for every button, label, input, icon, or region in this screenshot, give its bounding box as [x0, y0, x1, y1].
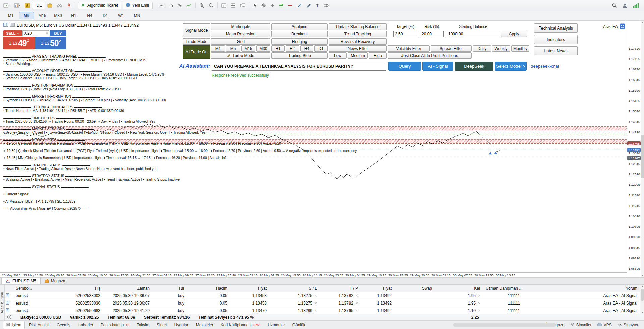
ai-trade-on-button[interactable]: AI Trade On: [183, 45, 210, 59]
trailing-stop-button[interactable]: Trailing Stop: [271, 52, 328, 59]
chart-profile-icon[interactable]: [13, 2, 21, 9]
new-order-button[interactable]: Yeni Emir: [123, 2, 153, 9]
timeframe-m1[interactable]: M1: [3, 12, 18, 19]
turbo-mode-button[interactable]: Turbo Mode: [211, 52, 270, 59]
risk-low-button[interactable]: Low: [329, 52, 347, 59]
panel-tf-m1[interactable]: M1: [211, 45, 225, 52]
spread-filter-button[interactable]: Spread Filter: [431, 45, 472, 52]
panel-tf-d1[interactable]: D1: [314, 45, 328, 52]
query-button[interactable]: Query: [388, 62, 421, 71]
risk-input[interactable]: [420, 31, 444, 37]
buy-price-button[interactable]: 1.13 50 5: [35, 37, 66, 49]
timeframe-h1[interactable]: H1: [66, 12, 81, 19]
column-header[interactable]: T / P: [320, 285, 361, 292]
text-icon[interactable]: T: [315, 3, 320, 8]
bottom-tab-8[interactable]: Makaleler: [193, 321, 217, 329]
sell-price-button[interactable]: 1.13 49 2: [3, 37, 35, 49]
bottom-tab-11[interactable]: Günlük: [289, 321, 309, 329]
column-header[interactable]: Hacim: [187, 285, 230, 292]
chart-scrollbar[interactable]: ▲ ▼: [641, 21, 644, 277]
column-header[interactable]: Yorum: [523, 285, 640, 292]
bottom-tab-4[interactable]: Posta kutusu10: [97, 321, 133, 329]
grid-button[interactable]: Grid: [211, 38, 270, 45]
breakout-button[interactable]: Breakout: [271, 31, 328, 37]
close-x-button[interactable]: ×: [356, 293, 358, 298]
panel-tf-h4[interactable]: H4: [300, 45, 314, 52]
close-x-button[interactable]: ×: [315, 301, 317, 306]
bottom-tab-3[interactable]: Haberler: [74, 321, 97, 329]
position-row[interactable]: eurusd526025506832025.05.30 19:41:29buy0…: [4, 307, 640, 314]
timeframe-w1[interactable]: W1: [114, 12, 128, 19]
bar-chart-icon[interactable]: [168, 3, 174, 8]
column-header[interactable]: Tür: [152, 285, 187, 292]
mean-reversion-button[interactable]: Mean Reversion: [211, 31, 270, 37]
shapes-icon[interactable]: [323, 3, 330, 8]
volatility-filter-button[interactable]: Volatility Filter: [388, 45, 430, 52]
column-header[interactable]: Swap: [394, 285, 435, 292]
candle-chart-icon[interactable]: [177, 3, 183, 8]
bottom-tab-5[interactable]: Takvim: [133, 321, 153, 329]
timeframe-m30[interactable]: M30: [51, 12, 65, 19]
daily-button[interactable]: Daily: [473, 45, 491, 52]
horizontal-scrollbar-thumb[interactable]: [453, 323, 556, 327]
target-input[interactable]: [393, 31, 417, 37]
column-header[interactable]: Fiyat: [230, 285, 269, 292]
search-icon[interactable]: [611, 2, 618, 9]
monthly-button[interactable]: Monthly: [511, 45, 529, 52]
bottom-tab-10[interactable]: Uzmanlar: [264, 321, 288, 329]
close-x-button[interactable]: ×: [478, 293, 480, 298]
timeframe-d1[interactable]: D1: [98, 12, 113, 19]
latest-news-button[interactable]: Latest News: [534, 46, 578, 55]
timeframe-h4[interactable]: H4: [82, 12, 97, 19]
position-row[interactable]: eurusd526025330302025.05.30 19:36:07buy0…: [4, 299, 640, 307]
close-x-button[interactable]: ×: [315, 293, 317, 298]
chart-scrollbar-thumb[interactable]: [641, 135, 644, 178]
hedging-button[interactable]: Hedging: [271, 38, 328, 45]
close-x-button[interactable]: ×: [478, 301, 480, 306]
column-header[interactable]: Fiş: [58, 285, 103, 292]
depth-icon[interactable]: [221, 3, 227, 8]
ai-signal-button[interactable]: AI - Signal: [422, 62, 453, 71]
channel-icon[interactable]: [306, 3, 312, 8]
panel-tf-h1[interactable]: H1: [271, 45, 285, 52]
close-x-button[interactable]: ×: [315, 308, 317, 313]
bottom-tab-7[interactable]: Uyarılar: [171, 321, 192, 329]
toolbox-scrollbar-thumb[interactable]: [641, 289, 644, 301]
timeframe-m5[interactable]: M5: [19, 12, 34, 19]
statusbar-item-3[interactable]: Sınayıcı: [617, 322, 638, 328]
new-chart-icon[interactable]: [3, 2, 10, 9]
grid-icon[interactable]: [3, 23, 8, 28]
zoom-in-icon[interactable]: [199, 2, 205, 8]
list-icon[interactable]: [10, 23, 15, 28]
starting-balance-input[interactable]: [447, 31, 499, 37]
trend-tracking-button[interactable]: Trend Tracking: [329, 31, 387, 37]
close-x-button[interactable]: ×: [356, 301, 358, 306]
reversal-recovery-button[interactable]: Reversal Recovery: [329, 38, 387, 45]
ai-assistant-input[interactable]: [212, 62, 386, 71]
timeframe-mn[interactable]: MN: [129, 12, 144, 19]
volume-spinner-icon[interactable]: ▲▼: [46, 32, 48, 35]
price-axis[interactable]: 1.176201.171951.167701.163451.159201.154…: [627, 21, 641, 277]
select-model-button[interactable]: Select Model >: [495, 62, 527, 71]
column-header[interactable]: Uzman Danışman ...: [483, 285, 523, 292]
timeframe-m15[interactable]: M15: [35, 12, 50, 19]
tile-icon[interactable]: [230, 3, 236, 8]
bottom-tab-9[interactable]: Kod Kütüphanesi6766: [217, 321, 264, 329]
panel-tf-m15[interactable]: M15: [241, 45, 255, 52]
ide-button[interactable]: IDE: [32, 2, 45, 9]
symbols-icon[interactable]: $: [24, 2, 31, 9]
column-header[interactable]: Zaman: [103, 285, 152, 292]
toolbox-scrollbar[interactable]: ▲ ▼: [640, 285, 644, 314]
hline-icon[interactable]: [287, 3, 293, 8]
column-header[interactable]: Kar: [435, 285, 483, 292]
toolbox-vertical-tab[interactable]: Araç kutusu: [0, 285, 5, 320]
tab-eurusd-m5[interactable]: EURUSD,M5: [1, 278, 41, 284]
launch-icon[interactable]: [66, 2, 72, 9]
cursor-icon[interactable]: [252, 2, 258, 8]
trendline-icon[interactable]: [297, 3, 303, 8]
crosshair-icon[interactable]: [261, 2, 267, 8]
ea-logo-icon[interactable]: [620, 23, 625, 30]
fibonacci-icon[interactable]: [278, 3, 284, 8]
update-starting-balance-button[interactable]: Update Starting Balance: [329, 23, 387, 30]
algo-trading-button[interactable]: Algoritmik Ticaret: [78, 2, 121, 9]
